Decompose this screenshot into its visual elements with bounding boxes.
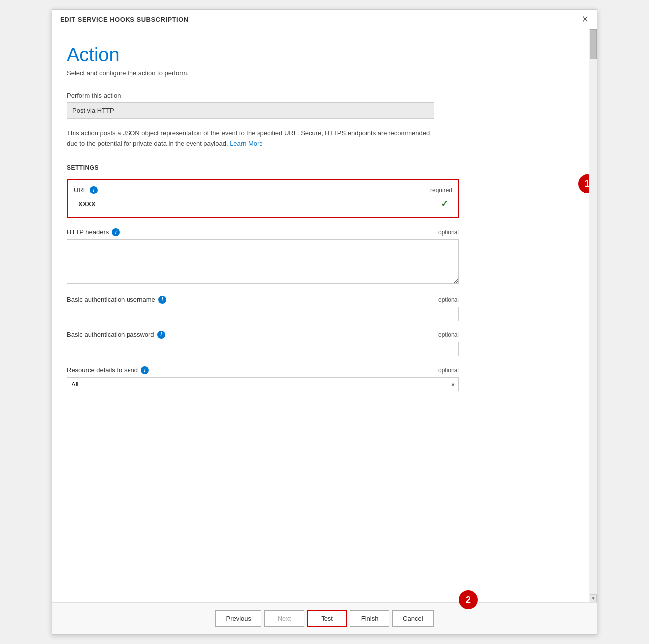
basic-auth-username-info-icon[interactable]: i — [158, 296, 166, 304]
url-input[interactable] — [74, 197, 452, 211]
page-subtitle: Select and configure the action to perfo… — [67, 69, 572, 77]
finish-button[interactable]: Finish — [350, 610, 389, 627]
http-headers-info-icon[interactable]: i — [112, 228, 120, 236]
dialog-title: EDIT SERVICE HOOKS SUBSCRIPTION — [60, 16, 189, 23]
edit-subscription-dialog: EDIT SERVICE HOOKS SUBSCRIPTION ✕ Action… — [52, 9, 597, 635]
learn-more-link[interactable]: Learn More — [230, 140, 262, 147]
url-field-container: URL i required ✓ — [67, 179, 459, 218]
basic-auth-username-label: Basic authentication username i — [67, 296, 166, 304]
basic-auth-password-label: Basic authentication password i — [67, 331, 165, 339]
settings-heading: SETTINGS — [67, 164, 572, 171]
dialog-body: Action Select and configure the action t… — [52, 29, 597, 602]
dialog-footer: Previous Next Test Finish Cancel 2 — [52, 602, 597, 634]
test-button[interactable]: Test — [307, 610, 347, 627]
basic-auth-username-optional: optional — [438, 296, 459, 303]
http-headers-optional: optional — [438, 229, 459, 236]
resource-details-label: Resource details to send i — [67, 366, 149, 374]
scrollbar-track: ▲ ▼ — [589, 29, 597, 602]
basic-auth-password-section: Basic authentication password i optional — [67, 331, 459, 356]
action-description: This action posts a JSON object represen… — [67, 129, 434, 149]
basic-auth-password-optional: optional — [438, 331, 459, 338]
resource-details-info-icon[interactable]: i — [141, 366, 149, 374]
perform-action-value: Post via HTTP — [67, 102, 434, 119]
scrollbar-thumb[interactable] — [590, 29, 597, 59]
cancel-button[interactable]: Cancel — [392, 610, 433, 627]
url-input-wrapper: ✓ — [74, 197, 452, 211]
url-valid-checkmark: ✓ — [441, 198, 448, 209]
url-label: URL i — [74, 186, 98, 194]
basic-auth-password-input[interactable] — [67, 342, 459, 356]
next-button: Next — [264, 610, 304, 627]
dialog-titlebar: EDIT SERVICE HOOKS SUBSCRIPTION ✕ — [52, 10, 597, 29]
url-required-label: required — [430, 187, 452, 193]
scroll-down-button[interactable]: ▼ — [590, 594, 597, 602]
previous-button[interactable]: Previous — [215, 610, 261, 627]
close-button[interactable]: ✕ — [582, 15, 589, 24]
resource-details-select-wrapper: All Minimal None ∨ — [67, 377, 459, 391]
http-headers-input[interactable] — [67, 239, 459, 284]
perform-action-section: Perform this action Post via HTTP — [67, 92, 572, 119]
basic-auth-username-input[interactable] — [67, 307, 459, 321]
resource-details-optional: optional — [438, 367, 459, 374]
resource-details-select[interactable]: All Minimal None — [67, 377, 459, 391]
perform-action-label: Perform this action — [67, 92, 572, 99]
basic-auth-username-section: Basic authentication username i optional — [67, 296, 459, 321]
badge-2: 2 — [459, 590, 478, 609]
url-info-icon[interactable]: i — [90, 186, 98, 194]
basic-auth-password-info-icon[interactable]: i — [157, 331, 165, 339]
page-title: Action — [67, 44, 572, 65]
http-headers-label: HTTP headers i — [67, 228, 120, 236]
resource-details-section: Resource details to send i optional All … — [67, 366, 459, 391]
http-headers-section: HTTP headers i optional — [67, 228, 459, 286]
